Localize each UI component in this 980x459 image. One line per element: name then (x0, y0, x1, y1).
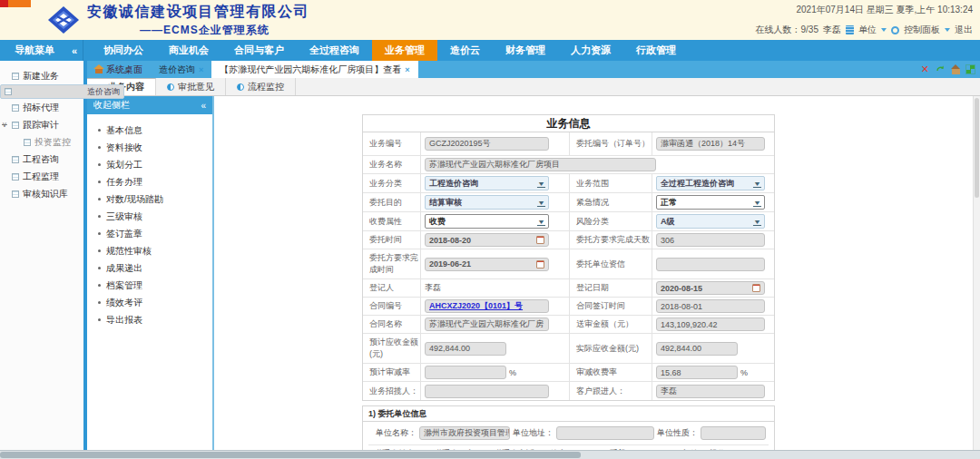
business-category-select[interactable]: 工程造价咨询▼ (425, 176, 549, 190)
control-panel-menu[interactable]: 控制面板 (904, 24, 940, 36)
nav-item-business-opportunity[interactable]: 商业机会 (156, 40, 221, 61)
nav-item-cost-cloud[interactable]: 造价云 (437, 40, 493, 61)
entrust-purpose-select[interactable]: 结算审核▼ (425, 195, 549, 210)
close-tab-icon[interactable]: × (199, 65, 203, 74)
close-tab-icon[interactable]: × (405, 65, 409, 74)
workflow-menu-item[interactable]: 规范性审核 (98, 242, 207, 259)
register-date-input[interactable]: 2020-08-15 (656, 281, 765, 295)
bullet-icon (98, 198, 101, 200)
calendar-icon[interactable] (752, 284, 760, 292)
submitted-amount-input[interactable]: 143,109,920.42 (656, 317, 765, 331)
home-icon (95, 69, 103, 73)
required-finish-date-input[interactable]: 2019-06-21 (425, 258, 549, 271)
chevron-down-icon[interactable] (881, 28, 887, 32)
workflow-menu-item[interactable]: 成果递出 (98, 259, 207, 277)
main-content: 业务信息 业务编号 GCZJ2020195号 委托编号（订单号） 滁审函通（20… (214, 96, 973, 450)
contract-no-link[interactable]: AHCXZJ2020【0101】号 (429, 300, 523, 312)
workflow-menu-item[interactable]: 任务办理 (98, 173, 207, 190)
nav-item-admin[interactable]: 行政管理 (623, 40, 689, 61)
collapse-sidebar-icon[interactable]: « (72, 45, 77, 56)
workflow-menu-item[interactable]: 导出报表 (98, 311, 207, 328)
refresh-icon[interactable] (936, 65, 946, 74)
tab-cost-consulting[interactable]: 造价咨询 × (151, 61, 211, 78)
sidebar-item-engineering-consulting[interactable]: 工程咨询 (0, 151, 83, 168)
sidebar-item-cost-consulting[interactable]: 造价咨询 (0, 84, 124, 99)
contract-name-input[interactable]: 苏滁现代产业园六期标准化厂房 (425, 317, 549, 331)
required-days-input[interactable]: 306 (656, 233, 765, 247)
calendar-icon[interactable] (536, 236, 544, 244)
contract-sign-date-input[interactable]: 2018-08-01 (656, 299, 765, 313)
nav-menu-title: 导航菜单 (15, 44, 54, 57)
vertical-scrollbar[interactable] (973, 96, 980, 450)
sidebar-item-investment-monitor[interactable]: 投资监控 (0, 133, 83, 151)
expand-caret-icon[interactable]: ∨ (2, 121, 7, 129)
chevron-down-icon[interactable] (945, 28, 950, 32)
sidebar-item-audit-knowledge-base[interactable]: 审核知识库 (0, 185, 83, 202)
scrollbar-thumb[interactable] (975, 98, 979, 198)
workflow-menu-item[interactable]: 档案管理 (98, 277, 207, 294)
sidebar-item-new-business[interactable]: 新建业务 (0, 67, 83, 84)
risk-class-select[interactable]: A级▼ (656, 214, 765, 229)
urgency-select[interactable]: 正常▼ (656, 195, 765, 210)
business-name-input[interactable]: 苏滁现代产业园六期标准化厂房项目 (425, 158, 656, 171)
company-logo-icon (47, 5, 80, 34)
entrust-date-input[interactable]: 2018-08-20 (425, 233, 549, 247)
collapse-panel-icon[interactable]: « (201, 101, 206, 111)
horizontal-scrollbar[interactable] (0, 450, 980, 459)
nav-item-business-management[interactable]: 业务管理 (372, 40, 437, 61)
home-icon[interactable] (952, 69, 960, 74)
nav-item-hr[interactable]: 人力资源 (558, 40, 623, 61)
unit-info-row: 单位名称： 滁州市政府投资项目管理领导小 单位地址： 单位性质： (363, 422, 774, 444)
workflow-menu-item[interactable]: 绩效考评 (98, 294, 207, 311)
nav-item-collaboration[interactable]: 协同办公 (91, 40, 156, 61)
logout-button[interactable]: 退出 (955, 24, 973, 36)
business-scope-select[interactable]: 全过程工程造价咨询▼ (656, 176, 765, 190)
unit-type-input[interactable] (701, 426, 766, 440)
client-follower-input[interactable]: 李磊 (656, 385, 765, 398)
contract-no-input: AHCXZJ2020【0101】号 (425, 299, 549, 313)
unit-addr-input[interactable] (556, 426, 654, 440)
actual-receivable-input[interactable]: 492,844.00 (656, 342, 738, 356)
expected-receivable-input[interactable]: 492,844.00 (425, 342, 506, 356)
subtab-approval-opinions[interactable]: 审批意见 (156, 78, 226, 95)
workflow-menu-item[interactable]: 基本信息 (98, 122, 207, 139)
tab-project-view[interactable]: 【苏滁现代产业园六期标准化厂房项目】查看 × (211, 61, 417, 78)
calendar-icon[interactable] (536, 260, 544, 269)
unit-menu[interactable]: 单位 (858, 24, 877, 36)
sidebar-item-engineering-supervision[interactable]: 工程监理 (0, 168, 83, 185)
business-solicitor-input[interactable] (425, 385, 549, 398)
view-subtabs: 业务内容 审批意见 流程监控 (87, 78, 980, 96)
field-label-business-scope: 业务范围 (569, 174, 652, 192)
scrollbar-thumb[interactable] (0, 452, 581, 458)
field-label-client-follower: 客户跟进人： (569, 382, 652, 400)
expected-reduction-rate-input[interactable] (425, 366, 506, 379)
workflow-menu-item[interactable]: 资料接收 (98, 139, 207, 156)
app-header: 安徽诚信建设项目管理有限公司 ——ECMS企业管理系统 2021年07月14日 … (0, 0, 980, 40)
nav-menu-header[interactable]: 导航菜单 « (0, 40, 83, 61)
sidebar-item-bidding-agency[interactable]: 招标代理 (0, 99, 83, 116)
chevron-down-icon: ▼ (753, 200, 761, 206)
workflow-menu-item[interactable]: 策划分工 (98, 156, 207, 173)
entrust-no-input[interactable]: 滁审函通（2018）14号 (656, 137, 765, 151)
fee-attribute-select[interactable]: 收费▼ (425, 214, 549, 229)
nav-item-finance[interactable]: 财务管理 (493, 40, 558, 61)
close-all-icon[interactable]: ✕ (921, 64, 929, 74)
field-label-submitted-amount: 送审金额（元） (569, 316, 652, 333)
unit-name-input[interactable]: 滁州市政府投资项目管理领导小 (419, 426, 510, 440)
workflow-menu-item[interactable]: 三级审核 (98, 208, 207, 225)
subtab-process-monitor[interactable]: 流程监控 (226, 78, 296, 95)
reduction-fee-rate-input[interactable]: 15.68 (656, 366, 738, 379)
nav-item-contracts-clients[interactable]: 合同与客户 (221, 40, 297, 61)
field-label-fee-attribute: 收费属性 (363, 212, 421, 230)
business-no-input[interactable]: GCZJ2020195号 (425, 137, 549, 151)
half-circle-icon (237, 83, 244, 91)
nav-item-whole-process[interactable]: 全过程咨询 (297, 40, 372, 61)
client-credit-input[interactable] (656, 258, 765, 271)
tab-system-desktop[interactable]: 系统桌面 (87, 61, 151, 78)
workflow-menu-item[interactable]: 签订盖章 (98, 225, 207, 242)
workflow-menu-item[interactable]: 对数/现场踏勘 (98, 190, 207, 208)
doc-icon (12, 156, 19, 163)
bullet-icon (98, 249, 101, 252)
sidebar-item-tracking-audit[interactable]: ∨跟踪审计 (0, 116, 83, 133)
fullscreen-grid-icon[interactable] (966, 65, 975, 73)
